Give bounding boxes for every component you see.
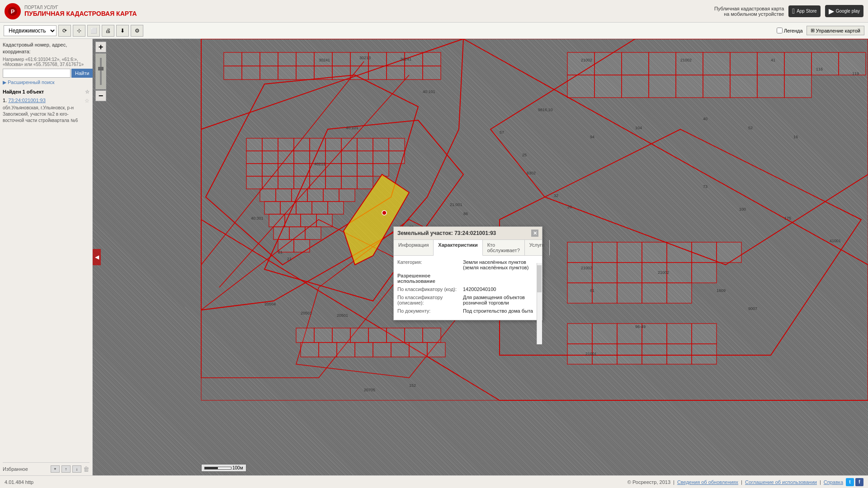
legend-label: Легенда [784, 28, 803, 33]
google-play-button[interactable]: ▶ Google play [825, 5, 863, 17]
footer-terms-link[interactable]: Соглашение об использовании [745, 479, 817, 485]
advanced-search-link[interactable]: ▶ Расширенный поиск [3, 80, 90, 85]
result-item: 1. 73:24:021001:93 ☆ обл.Ульяновская, г.… [3, 98, 90, 124]
footer: 4.01.484 http © Росреестр, 2013 | Сведен… [0, 475, 868, 488]
legend-checkbox[interactable] [777, 28, 783, 33]
popup-classifier-desc-label: По классификатору (описание): [397, 295, 463, 305]
toolbar-measure-btn[interactable]: ⊹ [73, 25, 85, 37]
zoom-in-button[interactable]: + [95, 42, 106, 52]
popup-classifier-code-label: По классификатору (код): [397, 286, 463, 292]
portal-label: ПОРТАЛ УСЛУГ [24, 5, 137, 10]
logo-icon: Р [5, 3, 21, 19]
mobile-label: Публичная кадастровая картана мобильном … [714, 6, 784, 17]
result-number: 1. [3, 98, 7, 103]
fav-import-icon[interactable]: ↓ [72, 465, 81, 473]
footer-social: t f [846, 478, 863, 486]
popup-permitted-label: Разрешенное использование [397, 273, 463, 284]
main: Кадастровый номер, адрес, координата: На… [0, 39, 868, 475]
android-icon: ▶ [829, 7, 834, 15]
header: Р ПОРТАЛ УСЛУГ ПУБЛИЧНАЯ КАДАСТРОВАЯ КАР… [0, 0, 868, 23]
result-item-star[interactable]: ☆ [85, 98, 90, 104]
popup-document-row: По документу: Под строительство дома быт… [397, 308, 538, 314]
popup-scrollbar[interactable] [537, 263, 542, 344]
svg-text:Р: Р [11, 8, 15, 15]
twitter-icon[interactable]: t [846, 478, 854, 486]
search-label: Кадастровый номер, адрес, координата: [3, 42, 90, 56]
result-address: обл.Ульяновская, г.Ульяновск, р-н Заволж… [3, 105, 90, 124]
footer-update-link[interactable]: Сведения об обновлениях [677, 479, 738, 485]
toolbar-settings-btn[interactable]: ⚙ [131, 25, 143, 37]
popup-tab-info[interactable]: Информация [394, 240, 434, 255]
popup-document-label: По документу: [397, 308, 463, 314]
footer-right: © Росреестр, 2013 | Сведения об обновлен… [627, 478, 863, 486]
footer-copyright: © Росреестр, 2013 [627, 479, 670, 485]
toolbar-print-btn[interactable]: 🖨 [102, 25, 114, 37]
favorites-trash-icon[interactable]: 🗑 [83, 465, 90, 473]
property-type-select[interactable]: Недвижимость [4, 25, 57, 36]
favorites-label: Избранное [3, 466, 28, 472]
popup-close-button[interactable]: ✕ [531, 230, 538, 237]
popup-classifier-desc-value: Для размещения объектов розничной торгов… [463, 295, 538, 305]
result-link[interactable]: 73:24:021001:93 [8, 98, 46, 103]
app-store-label: App Store [797, 9, 816, 14]
favorites-icons: + ↑ ↓ 🗑 [51, 465, 90, 473]
popup-title: Земельный участок: 73:24:021001:93 [397, 230, 496, 236]
fav-export-icon[interactable]: ↑ [61, 465, 71, 473]
legend-checkbox-label[interactable]: Легенда [777, 28, 803, 33]
fav-add-icon[interactable]: + [51, 465, 60, 473]
results-star-icon[interactable]: ☆ [85, 89, 90, 95]
popup-document-value: Под строительство дома быта [463, 308, 538, 314]
toolbar-area-btn[interactable]: ⬜ [87, 25, 100, 37]
popup-tab-service[interactable]: Кто обслуживает? [483, 240, 525, 255]
map-controls: + − [95, 42, 106, 101]
footer-separator-2: | [741, 479, 742, 485]
popup-category-label: Категория: [397, 259, 463, 270]
results-header: Найден 1 объект ☆ [3, 89, 90, 95]
app-store-button[interactable]:  App Store [788, 5, 820, 17]
zoom-out-button[interactable]: − [95, 90, 106, 101]
footer-separator-3: | [820, 479, 821, 485]
popup-tabs: Информация Характеристики Кто обслуживае… [394, 240, 542, 256]
popup-dialog: Земельный участок: 73:24:021001:93 ✕ Инф… [393, 226, 542, 320]
popup-classifier-desc-row: По классификатору (описание): Для размещ… [397, 295, 538, 305]
footer-help-link[interactable]: Справка [824, 479, 843, 485]
popup-category-value: Земли населённых пунктов (земля населённ… [463, 259, 538, 270]
grid-icon: ⊞ [811, 28, 815, 33]
popup-classifier-code-value: 142002040100 [463, 286, 538, 292]
apple-icon:  [792, 7, 795, 15]
popup-classifier-code-row: По классификатору (код): 142002040100 [397, 286, 538, 292]
search-example: Например «61:6:10104:12», «61:6:»,«Москв… [3, 57, 90, 67]
popup-tab-services[interactable]: Услуги [525, 240, 550, 255]
nav-arrow-left[interactable]: ◀ [93, 249, 101, 265]
header-left: Р ПОРТАЛ УСЛУГ ПУБЛИЧНАЯ КАДАСТРОВАЯ КАР… [5, 3, 137, 19]
popup-title-bar: Земельный участок: 73:24:021001:93 ✕ [394, 227, 542, 240]
popup-category-row: Категория: Земли населённых пунктов (зем… [397, 259, 538, 270]
toolbar-arrow-btn[interactable]: ⟳ [58, 25, 71, 37]
header-title: ПОРТАЛ УСЛУГ ПУБЛИЧНАЯ КАДАСТРОВАЯ КАРТА [24, 5, 137, 17]
toolbar: Недвижимость ⟳ ⊹ ⬜ 🖨 ⬇ ⚙ Легенда ⊞ Управ… [0, 23, 868, 39]
footer-separator-1: | [673, 479, 675, 485]
manage-map-button[interactable]: ⊞ Управление картой [807, 26, 864, 35]
map-container[interactable]: 30241 30213 30241 40:101 40:101 40212 40… [93, 39, 868, 475]
facebook-icon[interactable]: f [855, 478, 863, 486]
map-title: ПУБЛИЧНАЯ КАДАСТРОВАЯ КАРТА [24, 10, 137, 17]
footer-coords: 4.01.484 http [5, 479, 33, 485]
search-row: Найти [3, 69, 90, 78]
header-right: Публичная кадастровая картана мобильном … [714, 5, 863, 17]
scale-bar: 100м [201, 464, 246, 472]
toolbar-download-btn[interactable]: ⬇ [116, 25, 129, 37]
sidebar: Кадастровый номер, адрес, координата: На… [0, 39, 93, 475]
search-button[interactable]: Найти [71, 69, 93, 78]
google-play-label: Google play [836, 9, 860, 14]
favorites-section: Избранное + ↑ ↓ 🗑 [3, 462, 90, 473]
popup-content: Категория: Земли населённых пунктов (зем… [394, 256, 542, 320]
zoom-slider[interactable] [95, 53, 106, 89]
results-count: Найден 1 объект [3, 89, 44, 94]
search-input[interactable] [3, 69, 71, 78]
popup-permitted-row: Разрешенное использование [397, 273, 538, 284]
manage-map-label: Управление картой [816, 28, 860, 33]
popup-tab-characteristics[interactable]: Характеристики [434, 240, 482, 256]
toolbar-right: Легенда ⊞ Управление картой [777, 26, 864, 35]
